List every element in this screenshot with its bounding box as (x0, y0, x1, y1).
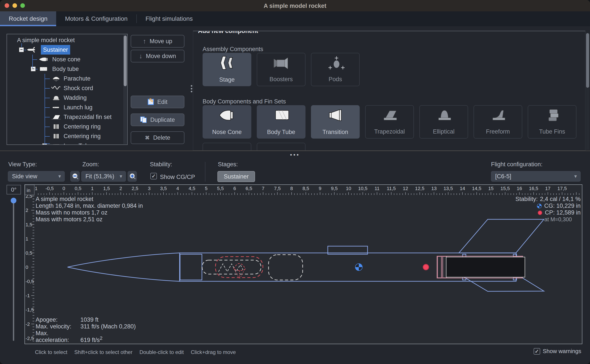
tree-item[interactable]: Wadding (7, 93, 127, 103)
hint-text: Click to select (35, 349, 67, 355)
stat-label: Max. velocity: (36, 323, 80, 330)
move-down-button[interactable]: ↓Move down (131, 50, 184, 62)
component-button-stage[interactable]: Stage (202, 53, 251, 86)
tree-item[interactable]: Centering ring (7, 122, 127, 131)
component-button-body-tube[interactable]: Body Tube (257, 105, 306, 139)
tree-item-label[interactable]: Inner Tube (64, 141, 92, 145)
split-pane-divider[interactable] (0, 150, 590, 151)
component-button-label: Pods (311, 76, 359, 83)
tree-item-label[interactable]: Launch lug (64, 103, 93, 112)
hint-text: Double-click to edit (139, 349, 184, 355)
internal-components[interactable] (202, 255, 525, 280)
tab-flight-simulations[interactable]: Flight simulations (137, 11, 201, 26)
tree-item-label[interactable]: Shock cord (64, 83, 93, 93)
svg-text:2: 2 (26, 208, 28, 213)
tab-motors-configuration[interactable]: Motors & Configuration (56, 11, 136, 26)
split-pane-handle[interactable]: ••• (288, 151, 302, 158)
tree-item[interactable]: Trapezoidal fin set (7, 112, 127, 122)
tree-item-label[interactable]: Body tube (52, 64, 79, 74)
component-button-partial (257, 143, 306, 150)
delete-button[interactable]: ✖Delete (131, 131, 184, 144)
hint-text: Shift+click to select other (74, 349, 132, 355)
flight-config-label: Flight configuration: (491, 161, 543, 168)
tree-item[interactable]: A simple model rocket (7, 35, 127, 45)
hint-text: Click+drag to move (191, 349, 236, 355)
show-warnings-label: Show warnings (543, 348, 581, 355)
rotation-slider-track[interactable] (13, 198, 14, 341)
component-button-transition[interactable]: Transition (311, 105, 360, 139)
tree-expand-toggle[interactable]: − (31, 66, 36, 71)
svg-text:0: 0 (26, 265, 28, 270)
toolbar-separator (205, 162, 205, 182)
tree-item[interactable]: −Body tube (7, 64, 127, 74)
tree-item-label[interactable]: Parachute (64, 74, 90, 83)
svg-text:10,5: 10,5 (358, 186, 368, 191)
tree-item[interactable]: Centering ring (7, 131, 127, 141)
rotation-slider-handle[interactable] (11, 198, 16, 203)
stat-value: 1039 ft (80, 316, 99, 323)
cg-value: CG: 10,229 in (544, 202, 581, 209)
stage-toggle-sustainer[interactable]: Sustainer (217, 171, 255, 182)
svg-text:-2: -2 (26, 321, 30, 327)
zoom-select[interactable]: Fit (51,3%) ▼ (81, 171, 126, 182)
tubefins-icon (540, 107, 564, 125)
panel-scrollbar-thumb[interactable] (586, 33, 589, 88)
horizontal-ruler: -1-0,500,511,522,533,544,555,566,577,588… (33, 186, 579, 195)
stability-value-label: Stability: (516, 196, 538, 202)
zoom-in-button[interactable] (127, 171, 137, 182)
elliptical-icon (432, 107, 456, 125)
view-type-select[interactable]: Side view ▼ (8, 171, 65, 182)
component-button-label: Trapezoidal (366, 128, 413, 135)
component-button-label: Transition (311, 129, 360, 136)
title-bar: A simple model rocket (0, 0, 590, 11)
tree-item[interactable]: −Inner Tube (7, 141, 127, 145)
tree-item-label[interactable]: Centering ring (64, 122, 101, 131)
svg-text:-0,5: -0,5 (26, 279, 34, 284)
tree-item-label[interactable]: Centering ring (64, 131, 101, 141)
svg-text:14,5: 14,5 (472, 186, 481, 191)
tree-expand-toggle[interactable]: − (19, 47, 24, 52)
flight-config-select[interactable]: [C6-5] ▼ (491, 171, 581, 182)
tree-item[interactable]: Parachute (7, 74, 127, 83)
svg-text:13,5: 13,5 (444, 186, 453, 191)
tree-item-label[interactable]: Trapezoidal fin set (64, 112, 112, 122)
component-button-nose-cone[interactable]: Nose Cone (202, 105, 251, 139)
svg-text:15,5: 15,5 (500, 186, 510, 191)
tree-item-label[interactable]: A simple model rocket (17, 35, 75, 45)
component-tree-panel: A simple model rocket−SustainerNose cone… (7, 34, 127, 145)
tree-connector (36, 69, 38, 69)
tree-connector (45, 107, 50, 108)
stat-value: 619 ft/s2 (80, 337, 102, 343)
svg-text:-1: -1 (26, 293, 30, 298)
component-button-label: Elliptical (420, 128, 468, 135)
duplicate-button[interactable]: Duplicate (131, 113, 184, 126)
tree-item[interactable]: Shock cord (7, 83, 127, 93)
svg-text:9,5: 9,5 (331, 186, 338, 191)
svg-text:7,5: 7,5 (274, 186, 281, 191)
edit-button[interactable]: ✎Edit (131, 96, 184, 108)
tree-item-label[interactable]: Wadding (64, 93, 87, 103)
svg-text:5: 5 (205, 186, 207, 191)
move-up-button[interactable]: ↑Move up (131, 35, 184, 48)
svg-text:1,5: 1,5 (103, 186, 110, 191)
rocket-outline[interactable] (67, 219, 544, 291)
wadding-region (268, 255, 303, 280)
tab-rocket-design[interactable]: Rocket design (0, 11, 56, 26)
svg-text:4,5: 4,5 (188, 186, 195, 191)
tree-item[interactable]: Nose cone (7, 55, 127, 64)
panel-splitter-handle[interactable] (190, 85, 193, 95)
svg-text:2,5: 2,5 (132, 186, 138, 191)
tree-scrollbar-thumb[interactable] (124, 36, 127, 86)
tree-item-label[interactable]: Nose cone (52, 55, 80, 64)
show-cgcp-checkbox[interactable]: ✓ (150, 173, 157, 179)
zoom-out-button[interactable] (70, 171, 80, 182)
svg-text:7: 7 (262, 186, 264, 191)
rocket-info-text: A simple model rocketLength 16,748 in, m… (36, 196, 143, 223)
show-warnings-checkbox[interactable]: ✓ (534, 348, 540, 355)
tree-connector (45, 98, 50, 98)
rocket-info-line: Mass with motors 2,51 oz (36, 216, 143, 223)
cp-icon (537, 210, 543, 215)
tree-connector (32, 59, 37, 60)
tree-item[interactable]: Launch lug (7, 103, 127, 112)
tree-item-label[interactable]: Sustainer (41, 45, 70, 55)
